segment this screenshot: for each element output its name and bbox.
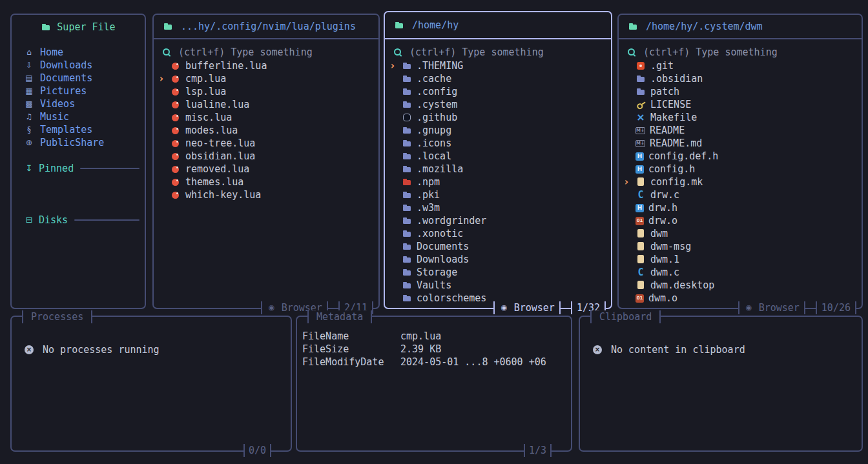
search-input[interactable]: (ctrl+f) Type something <box>385 45 611 59</box>
file-row[interactable]: .config <box>385 85 611 98</box>
metadata-value: cmp.lua <box>400 330 441 342</box>
file-list: .git.obsidianpatchLICENSE×MakefileM↓READ… <box>619 59 862 305</box>
search-input[interactable]: (ctrl+f) Type something <box>154 45 378 59</box>
file-row[interactable]: Hdrw.h <box>619 201 862 214</box>
file-name: Documents <box>417 241 469 252</box>
file-row[interactable]: Cdwm.c <box>619 266 862 279</box>
lua-icon <box>170 177 181 187</box>
sidebar-item-videos[interactable]: ▩Videos <box>12 97 145 110</box>
lua-icon <box>170 138 181 148</box>
file-row[interactable]: .xonotic <box>385 227 611 240</box>
file-row[interactable]: Hconfig.def.h <box>619 150 862 163</box>
home-icon: ⌂ <box>23 47 35 57</box>
sidebar-item-downloads[interactable]: ⇩Downloads <box>12 59 145 72</box>
file-row[interactable]: dwm.desktop <box>619 279 862 292</box>
panel-path: /home/hy <box>412 19 459 31</box>
sidebar-item-pictures[interactable]: ▦Pictures <box>12 85 145 97</box>
file-row[interactable]: .git <box>619 59 862 72</box>
file-row[interactable]: .cache <box>385 72 611 85</box>
sidebar-item-templates[interactable]: §Templates <box>12 123 145 136</box>
circle-x-icon: × <box>25 345 34 354</box>
video-icon: ▩ <box>23 99 35 109</box>
file-name: README <box>650 125 685 136</box>
file-row[interactable]: dwm.1 <box>619 253 862 266</box>
eye-icon: ◉ <box>267 303 277 313</box>
file-row[interactable]: .npm <box>385 176 611 188</box>
folder-icon <box>402 151 412 161</box>
file-row[interactable]: misc.lua <box>154 111 378 124</box>
sidebar-item-label: Music <box>40 111 69 123</box>
sidebar-panel: Super File ⌂Home⇩Downloads▤Documents▦Pic… <box>10 14 146 309</box>
clipboard-empty-message: × No content in clipboard <box>593 344 862 356</box>
file-name: README.md <box>650 137 702 149</box>
sidebar-item-documents[interactable]: ▤Documents <box>12 72 145 85</box>
file-row[interactable]: modes.lua <box>154 124 378 137</box>
file-row[interactable]: ›cmp.lua <box>154 72 378 85</box>
file-row[interactable]: ›config.mk <box>619 176 862 188</box>
file-row[interactable]: Hconfig.h <box>619 163 862 176</box>
file-row[interactable]: .pki <box>385 188 611 201</box>
file-row[interactable]: .local <box>385 150 611 163</box>
file-row[interactable]: .mozilla <box>385 163 611 176</box>
picture-icon: ▦ <box>23 86 35 96</box>
metadata-panel: Metadata FileNamecmp.luaFileSize2.39 KBF… <box>296 316 572 452</box>
file-row[interactable]: neo-tree.lua <box>154 137 378 150</box>
panel-count-badge: 10/26 <box>816 301 856 314</box>
file-name: .xonotic <box>417 228 463 239</box>
file-row[interactable]: lualine.lua <box>154 98 378 111</box>
file-row[interactable]: dwm-msg <box>619 240 862 253</box>
file-row[interactable]: LICENSE <box>619 98 862 111</box>
file-row[interactable]: Cdrw.c <box>619 188 862 201</box>
obj-icon: 01 <box>636 294 644 303</box>
file-row[interactable]: Vaults <box>385 279 611 292</box>
sidebar-items: ⌂Home⇩Downloads▤Documents▦Pictures▩Video… <box>12 46 145 149</box>
file-name: removed.lua <box>185 163 249 175</box>
file-row[interactable]: .w3m <box>385 201 611 214</box>
processes-empty-text: No processes running <box>43 344 160 356</box>
file-name: .git <box>650 60 674 72</box>
git-icon <box>636 61 646 71</box>
file-row[interactable]: .icons <box>385 137 611 150</box>
panel-path: /home/hy/.cystem/dwm <box>646 21 763 32</box>
file-row[interactable]: patch <box>619 85 862 98</box>
file-name: Makefile <box>650 112 697 123</box>
metadata-rows: FileNamecmp.luaFileSize2.39 KBFileModify… <box>297 317 571 368</box>
sidebar-item-label: Videos <box>40 98 75 110</box>
file-row[interactable]: .obsidian <box>619 72 862 85</box>
file-row[interactable]: 01drw.o <box>619 214 862 227</box>
file-row[interactable]: Downloads <box>385 253 611 266</box>
file-name: lsp.lua <box>185 86 226 97</box>
file-row[interactable]: M↓README <box>619 124 862 137</box>
sidebar-item-publicshare[interactable]: ⊕PublicShare <box>12 136 145 149</box>
sidebar-section-disks: ⊟ Disks <box>12 214 145 227</box>
disk-icon: ⊟ <box>23 215 35 225</box>
file-row[interactable]: removed.lua <box>154 163 378 176</box>
file-row[interactable]: .github <box>385 111 611 124</box>
file-row[interactable]: lsp.lua <box>154 85 378 98</box>
panel-path-bar: /home/hy <box>385 12 611 39</box>
file-name: .cache <box>417 73 451 85</box>
sidebar-item-music[interactable]: ♫Music <box>12 110 145 123</box>
file-name: .config <box>417 86 457 97</box>
file-name: dwm <box>650 228 668 239</box>
folder-icon <box>402 99 412 110</box>
file-row[interactable]: ×Makefile <box>619 111 862 124</box>
file-row[interactable]: .gnupg <box>385 124 611 137</box>
metadata-row: FileNamecmp.lua <box>302 330 571 343</box>
file-row[interactable]: themes.lua <box>154 176 378 188</box>
file-row[interactable]: which-key.lua <box>154 188 378 201</box>
sidebar-item-home[interactable]: ⌂Home <box>12 46 145 59</box>
search-input[interactable]: (ctrl+f) Type something <box>619 45 862 59</box>
folder-icon <box>394 20 404 30</box>
file-row[interactable]: dwm <box>619 227 862 240</box>
file-row[interactable]: ›.THEMING <box>385 59 611 72</box>
processes-title: Processes <box>22 310 92 323</box>
file-row[interactable]: .cystem <box>385 98 611 111</box>
file-row[interactable]: obsidian.lua <box>154 150 378 163</box>
file-row[interactable]: Documents <box>385 240 611 253</box>
file-row[interactable]: .wordgrinder <box>385 214 611 227</box>
metadata-row: FileModifyDate2024-05-01 ...8 +0600 +06 <box>302 356 571 368</box>
file-row[interactable]: Storage <box>385 266 611 279</box>
file-row[interactable]: M↓README.md <box>619 137 862 150</box>
file-row[interactable]: bufferline.lua <box>154 59 378 72</box>
